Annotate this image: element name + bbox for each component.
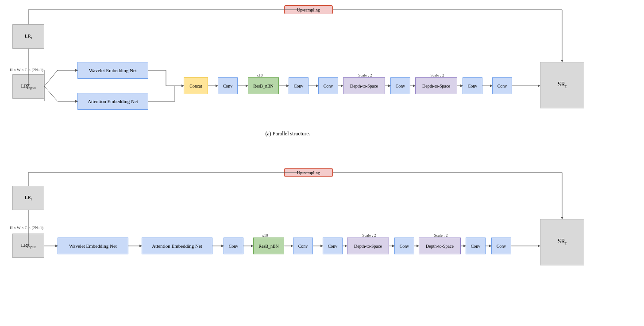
x10-label-top: x10 bbox=[257, 73, 263, 77]
wavelet-net-box-top: Wavelet Embedding Net bbox=[77, 62, 148, 79]
scale1-label-top: Scale : 2 bbox=[343, 73, 387, 77]
srt-box-bottom: SRt bbox=[540, 219, 584, 265]
resb-box-top: ResB_nBN bbox=[248, 77, 279, 94]
conv4-box-top: Conv bbox=[390, 77, 410, 94]
caption-top: (a) Parallel structure. bbox=[177, 130, 398, 137]
srt-box-top: SRt bbox=[540, 62, 584, 108]
lrt-box-bottom: LRt bbox=[12, 186, 44, 210]
lrinput-box-bottom: LRinput bbox=[12, 234, 44, 258]
wavelet-net-box-bottom: Wavelet Embedding Net bbox=[58, 238, 128, 254]
d2s2-box-top: Depth-to-Space bbox=[415, 77, 457, 94]
svg-line-2 bbox=[44, 70, 58, 86]
scale2-label-top: Scale : 2 bbox=[415, 73, 459, 77]
conv3-box-bottom: Conv bbox=[323, 238, 343, 254]
arrows-svg bbox=[0, 0, 644, 326]
scale1-label-bottom: Scale : 2 bbox=[347, 233, 391, 238]
conv2-box-bottom: Conv bbox=[293, 238, 313, 254]
concat-box-top: Concat bbox=[184, 77, 208, 94]
lrinput-box-top: LRinput bbox=[12, 74, 44, 99]
x10-label-bottom: x10 bbox=[262, 233, 268, 238]
svg-line-4 bbox=[44, 86, 58, 101]
conv5-box-top: Conv bbox=[463, 77, 482, 94]
conv2-box-top: Conv bbox=[289, 77, 309, 94]
conv6-box-top: Conv bbox=[492, 77, 512, 94]
lrinput-size-bottom: H × W × C × (2N+1) bbox=[2, 226, 51, 230]
resb-box-bottom: ResB_nBN bbox=[253, 238, 284, 254]
conv1-box-bottom: Conv bbox=[224, 238, 243, 254]
upsampling-label-top: Up-sampling bbox=[284, 5, 333, 14]
conv3-box-top: Conv bbox=[318, 77, 338, 94]
conv5-box-bottom: Conv bbox=[466, 238, 486, 254]
d2s1-box-bottom: Depth-to-Space bbox=[347, 238, 389, 254]
lrinput-size-top: H × W × C × (2N+1) bbox=[2, 68, 51, 72]
attention-net-box-bottom: Attention Embedding Net bbox=[142, 238, 212, 254]
upsampling-label-bottom: Up-sampling bbox=[284, 168, 333, 177]
scale2-label-bottom: Scale : 2 bbox=[419, 233, 463, 238]
conv4-box-bottom: Conv bbox=[394, 238, 414, 254]
d2s1-box-top: Depth-to-Space bbox=[343, 77, 385, 94]
diagram-container: Up-sampling LRt H × W × C × (2N+1) LRinp… bbox=[0, 0, 644, 326]
lrt-box-top: LRt bbox=[12, 24, 44, 49]
attention-net-box-top: Attention Embedding Net bbox=[77, 93, 148, 110]
d2s2-box-bottom: Depth-to-Space bbox=[419, 238, 461, 254]
conv6-box-bottom: Conv bbox=[491, 238, 511, 254]
conv1-box-top: Conv bbox=[218, 77, 238, 94]
